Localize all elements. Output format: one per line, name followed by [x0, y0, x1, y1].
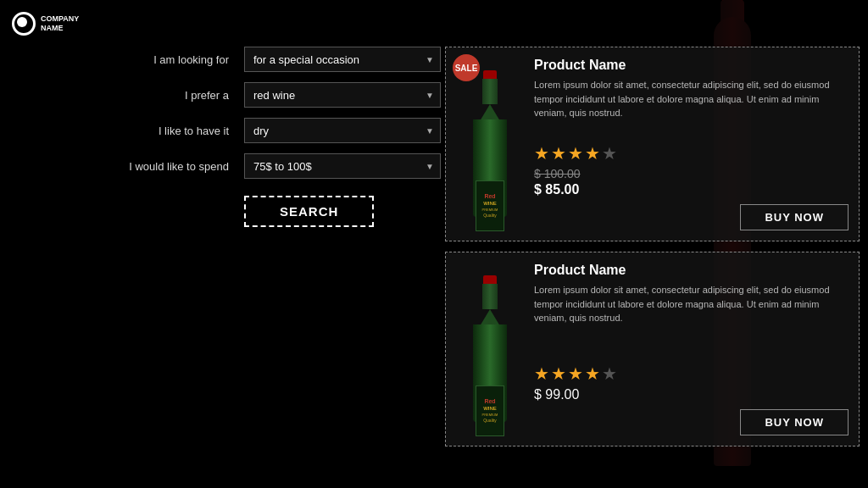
like-select-wrapper: dry sweet semi-sweet brut — [244, 118, 441, 143]
logo-icon — [12, 12, 36, 36]
star-rating: ★★★★★ — [534, 363, 849, 384]
product-description: Lorem ipsum dolor sit amet, consectetur … — [534, 78, 849, 136]
product-info: Product Name Lorem ipsum dolor sit amet,… — [534, 58, 849, 230]
products-area: SALE Red WINE PREMIUM Quality — [445, 47, 860, 480]
product-card-2: Red WINE PREMIUM Quality Product Name Lo… — [445, 252, 860, 446]
buy-now-button[interactable]: BUY NOW — [740, 204, 849, 230]
like-select[interactable]: dry sweet semi-sweet brut — [244, 118, 441, 143]
star-empty-4: ★ — [602, 363, 617, 384]
logo-text: COMPANY NAME — [41, 14, 79, 33]
star-rating: ★★★★★ — [534, 143, 849, 164]
star-filled-1: ★ — [551, 143, 566, 164]
bottle-label: Red WINE PREMIUM Quality — [476, 180, 504, 231]
bottle-shoulder — [480, 309, 500, 326]
product-name: Product Name — [534, 263, 849, 278]
spend-select[interactable]: under 25$ 25$ to 50$ 50$ to 75$ 75$ to 1… — [244, 153, 441, 179]
prefer-select-wrapper: red wine white wine rosé wine sparkling … — [244, 82, 441, 108]
star-half-3: ★ — [585, 143, 600, 164]
filter-row-looking-for: I am looking for for a special occasion … — [110, 47, 441, 72]
star-empty-4: ★ — [602, 143, 617, 164]
star-filled-0: ★ — [534, 363, 549, 384]
looking-for-select[interactable]: for a special occasion for a party for d… — [244, 47, 441, 72]
bottle-label: Red WINE PREMIUM Quality — [476, 385, 504, 436]
prefer-select[interactable]: red wine white wine rosé wine sparkling … — [244, 82, 441, 108]
spend-label: I would like to spend — [110, 160, 237, 173]
star-filled-0: ★ — [534, 143, 549, 164]
star-filled-1: ★ — [551, 363, 566, 384]
bottle-area: Red WINE PREMIUM Quality — [456, 58, 524, 230]
sale-price: $ 85.00 — [534, 182, 849, 197]
search-button[interactable]: Search — [244, 196, 374, 227]
bottle-neck — [482, 284, 498, 309]
wine-bottle: Red WINE PREMIUM Quality — [470, 70, 510, 219]
product-description: Lorem ipsum dolor sit amet, consectetur … — [534, 283, 849, 357]
filter-row-spend: I would like to spend under 25$ 25$ to 5… — [110, 153, 441, 179]
bottle-label-text: Red WINE PREMIUM Quality — [482, 398, 498, 422]
logo: COMPANY NAME — [12, 12, 79, 36]
bottle-body: Red WINE PREMIUM Quality — [473, 324, 507, 422]
bottle-neck — [482, 79, 498, 104]
product-info: Product Name Lorem ipsum dolor sit amet,… — [534, 263, 849, 435]
looking-for-label: I am looking for — [110, 53, 237, 66]
product-card-1: SALE Red WINE PREMIUM Quality — [445, 47, 860, 241]
spend-select-wrapper: under 25$ 25$ to 50$ 50$ to 75$ 75$ to 1… — [244, 153, 441, 179]
original-price: $ 100.00 — [534, 167, 849, 180]
like-label: I like to have it — [110, 125, 237, 137]
regular-price: $ 99.00 — [534, 387, 849, 402]
star-filled-2: ★ — [568, 143, 583, 164]
bottle-body: Red WINE PREMIUM Quality — [473, 119, 507, 217]
bottle-cap — [483, 70, 497, 79]
product-name: Product Name — [534, 58, 849, 73]
prefer-label: I prefer a — [110, 89, 237, 102]
bottle-cap — [483, 275, 497, 284]
bottle-label-text: Red WINE PREMIUM Quality — [482, 193, 498, 217]
bottle-area: Red WINE PREMIUM Quality — [456, 263, 524, 435]
wine-bottle: Red WINE PREMIUM Quality — [470, 275, 510, 424]
filter-row-prefer: I prefer a red wine white wine rosé wine… — [110, 82, 441, 108]
bottle-shoulder — [480, 104, 500, 121]
filter-row-like: I like to have it dry sweet semi-sweet b… — [110, 118, 441, 143]
filter-panel: I am looking for for a special occasion … — [110, 47, 441, 227]
star-filled-3: ★ — [585, 363, 600, 384]
star-filled-2: ★ — [568, 363, 583, 384]
search-btn-wrapper: Search — [110, 196, 441, 227]
buy-now-button[interactable]: BUY NOW — [740, 409, 849, 435]
looking-for-select-wrapper: for a special occasion for a party for d… — [244, 47, 441, 72]
